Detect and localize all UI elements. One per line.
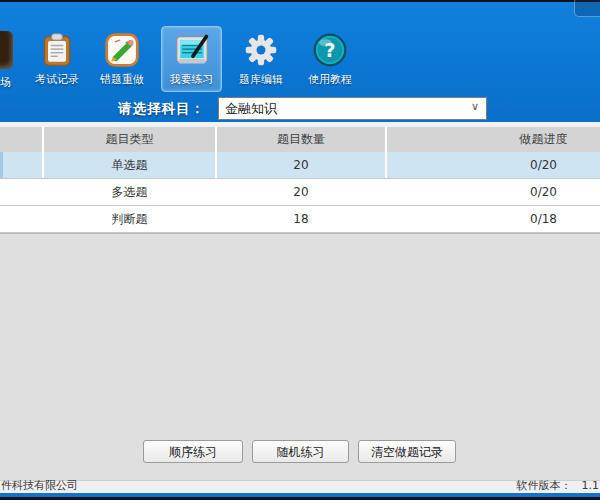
row-type: 单选题 — [42, 152, 215, 178]
pencil-redo-icon — [104, 32, 140, 68]
help-icon: ? — [312, 32, 348, 68]
version-value: 1.1 — [582, 479, 600, 492]
table-header-count: 题目数量 — [215, 127, 385, 152]
toolbar-item-practice[interactable]: 我要练习 — [161, 26, 222, 92]
toolbar-item-label: 我要练习 — [170, 72, 214, 87]
table-row-single-choice[interactable]: 单选题 20 0/20 — [0, 152, 600, 179]
version-label: 软件版本： — [517, 479, 572, 492]
toolbar-item-exam-records[interactable]: 考试记录 — [27, 26, 87, 92]
table-header-progress: 做题进度 — [385, 127, 600, 152]
notebook-pen-icon — [174, 32, 210, 68]
app-window: 场 考试记录 错题重做 — [0, 0, 600, 500]
subject-select-label: 请选择科目： — [118, 100, 218, 118]
table-header-type: 题目类型 — [42, 127, 215, 152]
clear-records-button[interactable]: 清空做题记录 — [358, 440, 456, 463]
toolbar-item-redo-wrong[interactable]: 错题重做 — [92, 26, 152, 92]
row-type: 多选题 — [42, 179, 215, 205]
toolbar-item-label: 错题重做 — [100, 72, 144, 87]
row-progress: 0/20 — [385, 179, 600, 205]
toolbar-item-bank-edit[interactable]: 题库编辑 — [231, 26, 291, 92]
clipboard-icon — [39, 32, 75, 68]
toolbar-item-label: 考试记录 — [35, 72, 79, 87]
exam-hall-icon[interactable] — [0, 31, 13, 69]
toolbar-item-tutorial[interactable]: ? 使用教程 — [300, 26, 360, 92]
table-row-multi-choice[interactable]: 多选题 20 0/20 — [0, 179, 600, 206]
status-bar: 件科技有限公司 软件版本：1.1 — [0, 480, 600, 493]
question-type-table: 题目类型 题目数量 做题进度 单选题 20 0/20 多选题 20 0/20 判… — [0, 127, 600, 234]
toolbar: 场 考试记录 错题重做 — [0, 2, 600, 122]
gear-icon — [243, 32, 279, 68]
table-row-true-false[interactable]: 判断题 18 0/18 — [0, 206, 600, 233]
row-count: 20 — [215, 179, 385, 205]
row-progress: 0/20 — [385, 152, 600, 178]
row-type: 判断题 — [42, 206, 215, 232]
table-header-empty — [0, 127, 42, 152]
row-count: 18 — [215, 206, 385, 232]
company-name-text: 件科技有限公司 — [1, 478, 78, 493]
random-practice-button[interactable]: 随机练习 — [252, 440, 349, 463]
software-version: 软件版本：1.1 — [517, 478, 600, 493]
table-header-row: 题目类型 题目数量 做题进度 — [0, 127, 600, 152]
toolbar-item-exam-hall-label[interactable]: 场 — [0, 75, 11, 90]
toolbar-item-label: 使用教程 — [308, 72, 352, 87]
window-control-partial-button[interactable] — [574, 0, 600, 17]
content-area: 顺序练习 随机练习 清空做题记录 — [0, 234, 600, 480]
subject-dropdown[interactable]: 金融知识 ∨ — [218, 97, 487, 120]
subject-dropdown-value: 金融知识 — [225, 98, 277, 119]
toolbar-item-label: 题库编辑 — [239, 72, 283, 87]
sequential-practice-button[interactable]: 顺序练习 — [143, 440, 243, 463]
row-count: 20 — [215, 152, 385, 178]
chevron-down-icon: ∨ — [471, 100, 479, 113]
row-progress: 0/18 — [385, 206, 600, 232]
svg-text:?: ? — [325, 39, 336, 61]
